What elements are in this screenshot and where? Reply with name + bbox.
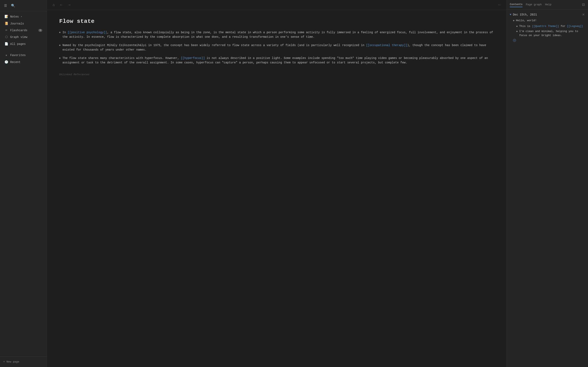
sidebar-item-graph-view-label: Graph view bbox=[10, 35, 27, 39]
menu-toggle-button[interactable]: ☰ bbox=[3, 3, 8, 8]
bullet-dot bbox=[516, 31, 518, 32]
plus-icon: + bbox=[3, 360, 5, 363]
sidebar-item-recent[interactable]: 🕐 Recent bbox=[1, 59, 45, 66]
content-area[interactable]: Flow state In [[positive psychology]], a… bbox=[47, 10, 506, 367]
close-panel-button[interactable]: ✕ bbox=[582, 13, 585, 17]
expand-icon[interactable]: ▼ bbox=[510, 13, 511, 16]
notes-icon: 📝 bbox=[4, 15, 8, 18]
tab-help[interactable]: Help bbox=[545, 2, 551, 7]
new-page-label: New page bbox=[7, 360, 19, 363]
recent-icon: 🕐 bbox=[4, 60, 8, 64]
journal-date-text: Dec 15th, 2021 bbox=[513, 13, 537, 16]
sidebar-item-notes-label: Notes bbox=[10, 15, 19, 18]
home-icon: ⌂ bbox=[53, 3, 55, 7]
more-icon: ··· bbox=[498, 3, 501, 7]
panel-content: ▼ Dec 15th, 2021 ✕ Hello, world! This is… bbox=[507, 9, 588, 367]
hyperfocus-link[interactable]: [[hyperfocus]] bbox=[181, 57, 205, 60]
toolbar: ⌂ ← → ··· bbox=[47, 0, 506, 10]
home-button[interactable]: ⌂ bbox=[51, 2, 56, 8]
back-button[interactable]: ← bbox=[58, 2, 65, 8]
forward-button[interactable]: → bbox=[66, 2, 73, 8]
list-item: The flow state shares many characteristi… bbox=[59, 56, 494, 65]
sidebar-item-all-pages[interactable]: 📄 All pages bbox=[1, 41, 45, 47]
positive-psychology-link[interactable]: [[positive psychology]] bbox=[68, 31, 107, 34]
bullet-dot bbox=[59, 45, 61, 46]
journal-bullet-item: Hello, world! bbox=[510, 18, 585, 23]
paragraph-2: Named by the psychologist Mihály Csíksze… bbox=[62, 43, 494, 52]
search-icon: 🔍 bbox=[11, 4, 15, 8]
sidebar-item-graph-view[interactable]: ⬡ Graph view bbox=[1, 34, 45, 40]
paragraph-1: In [[positive psychology]], a flow state… bbox=[62, 30, 494, 39]
flashcards-icon: ∞ bbox=[4, 29, 8, 32]
occupational-therapy-link[interactable]: [[occupational therapy]] bbox=[366, 44, 407, 47]
panel-tabs: Contents Page graph Help ⊡ bbox=[507, 0, 588, 9]
journal-sub-bullet-2: I'm clean and minimal, helping you to fo… bbox=[510, 29, 585, 37]
journal-sub-bullet: This is [[Quattro Theme]] for [[Logseq]] bbox=[510, 24, 585, 28]
right-panel: Contents Page graph Help ⊡ ▼ Dec 15th, 2… bbox=[506, 0, 588, 367]
sidebar-item-favorites-label: Favorites bbox=[10, 54, 26, 57]
bullet-dot bbox=[513, 20, 514, 21]
sidebar-item-journals[interactable]: 📔 Journals bbox=[1, 20, 45, 27]
back-icon: ← bbox=[60, 3, 63, 7]
list-item: Named by the psychologist Mihály Csíksze… bbox=[59, 43, 494, 52]
paragraph-3: The flow state shares many characteristi… bbox=[62, 56, 494, 65]
layout-icon: ⊡ bbox=[582, 3, 585, 6]
sidebar-header: ☰ 🔍 bbox=[0, 0, 47, 11]
bullet-dot bbox=[516, 26, 518, 27]
quattro-theme-link[interactable]: [[Quattro Theme]] bbox=[532, 25, 559, 28]
search-button[interactable]: 🔍 bbox=[10, 3, 16, 8]
journal-date: ▼ Dec 15th, 2021 ✕ bbox=[510, 13, 585, 17]
more-options-button[interactable]: ··· bbox=[496, 2, 502, 8]
hamburger-icon: ☰ bbox=[4, 4, 7, 8]
journal-hello-world-text: Hello, world! bbox=[516, 18, 536, 23]
add-circle-icon: + bbox=[513, 39, 516, 42]
sidebar-item-recent-label: Recent bbox=[10, 60, 20, 64]
sidebar-item-flashcards-label: Flashcards bbox=[10, 29, 27, 32]
forward-icon: → bbox=[68, 3, 71, 7]
content-list: In [[positive psychology]], a flow state… bbox=[59, 30, 494, 65]
all-pages-icon: 📄 bbox=[4, 42, 8, 46]
layout-toggle-button[interactable]: ⊡ bbox=[582, 3, 585, 7]
page-title: Flow state bbox=[59, 18, 494, 25]
sidebar-item-favorites[interactable]: ★ Favorites bbox=[1, 52, 45, 58]
graph-view-icon: ⬡ bbox=[4, 35, 8, 39]
sidebar-nav: 📝 Notes ▾ 📔 Journals ∞ Flashcards 5 ⬡ Gr… bbox=[0, 11, 47, 356]
sidebar-item-all-pages-label: All pages bbox=[10, 42, 26, 46]
list-item: In [[positive psychology]], a flow state… bbox=[59, 30, 494, 39]
add-entry-button[interactable]: + bbox=[510, 39, 585, 42]
sidebar: ☰ 🔍 📝 Notes ▾ 📔 Journals ∞ Flashcards 5 … bbox=[0, 0, 47, 367]
journal-minimal-text: I'm clean and minimal, helping you to fo… bbox=[519, 29, 585, 37]
chevron-icon: ▾ bbox=[21, 15, 22, 18]
journals-icon: 📔 bbox=[4, 22, 8, 25]
unlinked-references-label: Unlinked References bbox=[59, 73, 494, 76]
bullet-dot bbox=[59, 32, 61, 33]
logseq-link[interactable]: [[Logseq]] bbox=[567, 25, 583, 28]
sidebar-footer: + New page bbox=[0, 356, 47, 367]
tab-contents[interactable]: Contents bbox=[510, 2, 522, 7]
tab-page-graph[interactable]: Page graph bbox=[526, 2, 542, 7]
sidebar-item-journals-label: Journals bbox=[10, 22, 24, 25]
sidebar-item-flashcards[interactable]: ∞ Flashcards 5 bbox=[1, 27, 45, 33]
favorites-icon: ★ bbox=[4, 53, 8, 57]
journal-entry: ▼ Dec 15th, 2021 ✕ Hello, world! This is… bbox=[510, 13, 585, 42]
journal-theme-text: This is [[Quattro Theme]] for [[Logseq]] bbox=[519, 24, 583, 28]
sidebar-item-notes[interactable]: 📝 Notes ▾ bbox=[1, 13, 45, 20]
bullet-dot bbox=[59, 58, 61, 59]
new-page-button[interactable]: + New page bbox=[3, 359, 43, 365]
flashcards-badge: 5 bbox=[38, 29, 42, 32]
main-content: ⌂ ← → ··· Flow state In [[positive psych… bbox=[47, 0, 506, 367]
